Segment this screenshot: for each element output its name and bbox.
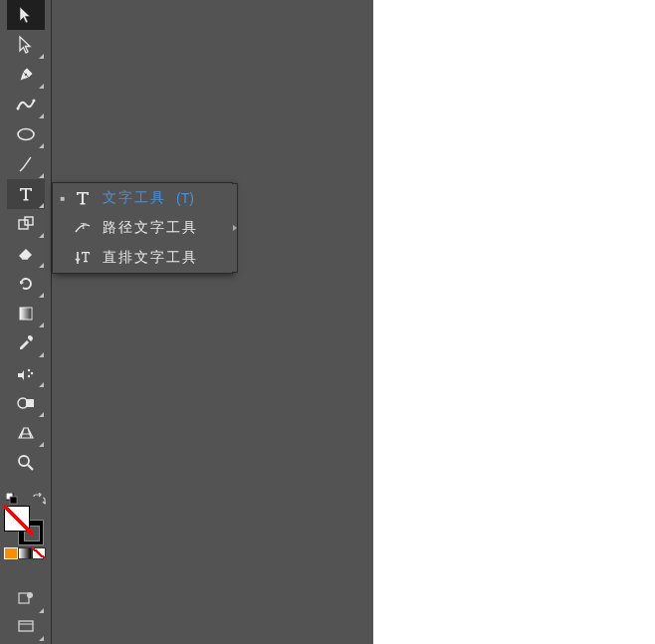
direct-selection-icon — [16, 35, 36, 55]
curvature-tool[interactable] — [7, 90, 45, 119]
symbol-sprayer-icon — [16, 363, 36, 383]
screen-mode-button[interactable] — [7, 614, 45, 642]
flyout-indicator — [39, 442, 44, 447]
perspective-icon — [16, 423, 36, 443]
flyout-item-label: 直排文字工具 — [103, 249, 198, 267]
tools-panel — [0, 0, 52, 644]
flyout-indicator — [39, 54, 44, 59]
screen-mode-icon — [17, 619, 35, 637]
flyout-indicator — [39, 263, 44, 268]
symbol-sprayer-tool[interactable] — [7, 358, 45, 388]
curvature-icon — [16, 95, 36, 114]
selection-tool[interactable] — [7, 0, 45, 30]
direct-selection-tool[interactable] — [7, 30, 45, 60]
svg-line-13 — [28, 465, 33, 470]
paintbrush-tool[interactable] — [7, 149, 45, 179]
svg-point-2 — [33, 100, 36, 103]
zoom-icon — [16, 453, 36, 473]
flyout-item-shortcut: (T) — [176, 190, 194, 206]
artboard-icon — [16, 214, 36, 234]
gradient-icon — [16, 304, 36, 323]
zoom-tool[interactable] — [7, 448, 45, 478]
draw-mode-icon — [17, 591, 35, 609]
flyout-indicator — [39, 608, 44, 613]
flyout-indicator — [39, 233, 44, 238]
flyout-item-label: 文字工具 — [103, 189, 166, 207]
flyout-indicator — [39, 143, 44, 148]
type-tool-flyout: ■ 文字工具 (T) T 路径文字工具 直排文字工具 — [52, 182, 233, 274]
fill-swatch[interactable] — [4, 506, 30, 532]
flyout-vertical-type-tool[interactable]: 直排文字工具 — [53, 243, 232, 273]
eraser-tool[interactable] — [7, 239, 45, 269]
color-mode-none[interactable] — [32, 547, 46, 559]
svg-point-7 — [28, 369, 30, 371]
artboard-tool[interactable] — [7, 209, 45, 239]
svg-point-3 — [18, 129, 34, 140]
flyout-indicator — [39, 203, 44, 208]
ellipse-icon — [16, 124, 36, 144]
tearoff-arrow-icon — [233, 225, 237, 231]
draw-mode-button[interactable] — [7, 586, 45, 614]
flyout-tearoff-handle[interactable] — [232, 183, 238, 273]
flyout-indicator — [39, 382, 44, 387]
color-mode-row — [4, 547, 50, 559]
svg-point-9 — [28, 375, 30, 377]
type-on-path-icon: T — [71, 220, 95, 236]
flyout-indicator — [39, 412, 44, 417]
gradient-tool[interactable] — [7, 299, 45, 328]
type-tool[interactable] — [7, 179, 45, 209]
svg-point-17 — [27, 592, 33, 598]
ellipse-tool[interactable] — [7, 119, 45, 149]
perspective-grid-tool[interactable] — [7, 418, 45, 448]
flyout-indicator — [39, 113, 44, 118]
svg-point-0 — [25, 74, 27, 76]
flyout-item-label: 路径文字工具 — [103, 219, 198, 237]
rotate-tool[interactable] — [7, 269, 45, 299]
svg-point-8 — [31, 372, 33, 374]
selection-icon — [16, 5, 36, 25]
flyout-indicator — [39, 352, 44, 357]
workspace-canvas — [0, 0, 373, 644]
svg-point-1 — [17, 107, 20, 110]
svg-rect-5 — [25, 217, 33, 225]
fill-stroke-swatch[interactable] — [2, 506, 50, 541]
active-marker: ■ — [59, 194, 67, 203]
flyout-indicator — [39, 84, 44, 89]
svg-rect-15 — [10, 497, 17, 504]
pen-tool[interactable] — [7, 60, 45, 90]
flyout-indicator — [39, 322, 44, 327]
vertical-type-icon — [71, 250, 95, 266]
shape-builder-tool[interactable] — [7, 388, 45, 418]
flyout-indicator — [39, 173, 44, 178]
svg-rect-18 — [19, 621, 33, 631]
eyedropper-tool[interactable] — [7, 328, 45, 358]
flyout-indicator — [39, 636, 44, 641]
svg-rect-11 — [26, 399, 34, 407]
shape-builder-icon — [16, 393, 36, 413]
flyout-type-tool[interactable]: ■ 文字工具 (T) — [53, 183, 232, 213]
pen-icon — [16, 65, 36, 85]
svg-text:T: T — [81, 221, 87, 231]
color-controls — [2, 490, 50, 559]
paintbrush-icon — [16, 154, 36, 174]
rotate-icon — [16, 274, 36, 294]
flyout-type-on-path-tool[interactable]: T 路径文字工具 — [53, 213, 232, 243]
svg-point-12 — [19, 456, 29, 466]
flyout-indicator — [39, 293, 44, 298]
color-mode-gradient[interactable] — [18, 547, 32, 559]
eyedropper-icon — [16, 333, 36, 353]
type-icon — [71, 190, 95, 206]
eraser-icon — [16, 244, 36, 264]
svg-rect-6 — [20, 308, 32, 320]
type-icon — [16, 184, 36, 204]
color-mode-solid[interactable] — [4, 547, 18, 559]
